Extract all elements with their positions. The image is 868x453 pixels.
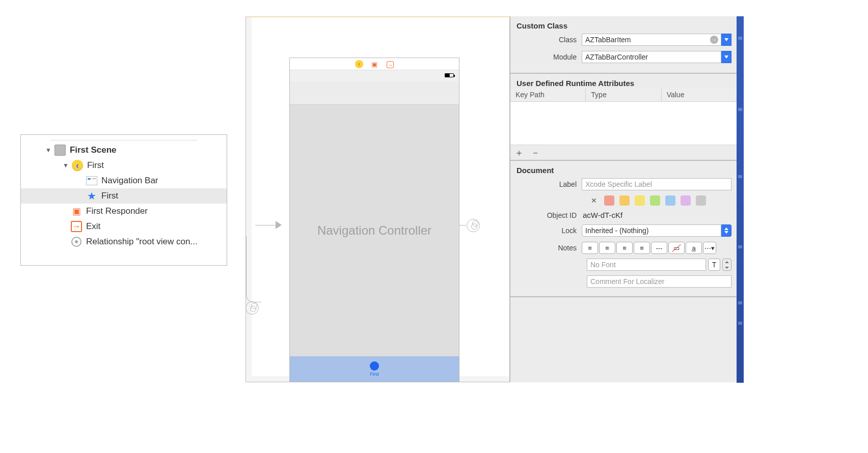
outline-tabitem-label: First bbox=[101, 191, 118, 201]
udra-col-type[interactable]: Type bbox=[586, 89, 661, 102]
notes-toolbar: ≡ ≡ ≡ ≡ --- ▭ a ⋯▾ bbox=[582, 242, 716, 254]
swatch-yellow[interactable] bbox=[635, 195, 645, 206]
lock-label: Lock bbox=[510, 227, 582, 235]
lock-row: Lock Inherited - (Nothing) bbox=[510, 222, 737, 239]
outline-exit-row[interactable]: → Exit bbox=[21, 219, 227, 234]
udra-col-keypath[interactable]: Key Path bbox=[510, 89, 586, 102]
outline-scene-label: First Scene bbox=[70, 145, 117, 155]
class-value: AZTabBarItem bbox=[585, 36, 631, 44]
udra-header: Key Path Type Value bbox=[510, 89, 737, 102]
separator-button[interactable]: --- bbox=[651, 242, 667, 254]
font-input[interactable]: No Font bbox=[587, 259, 706, 271]
segue-indicator-icon[interactable] bbox=[467, 219, 480, 232]
section-custom-class-title: Custom Class bbox=[510, 16, 737, 31]
module-input[interactable]: AZTabBarController bbox=[582, 51, 721, 63]
storyboard-canvas[interactable]: ▣ → Navigation Controller First bbox=[246, 16, 510, 382]
navbar-icon bbox=[86, 176, 97, 185]
text-style-button[interactable]: a bbox=[686, 242, 702, 254]
module-dropdown-button[interactable] bbox=[721, 51, 731, 63]
comment-row: Comment For Localizer bbox=[510, 273, 737, 290]
class-dropdown-button[interactable] bbox=[721, 34, 731, 46]
udra-col-value[interactable]: Value bbox=[662, 89, 737, 102]
tab-item-label: First bbox=[370, 372, 379, 377]
battery-icon bbox=[445, 73, 454, 77]
navigation-bar[interactable] bbox=[290, 81, 459, 105]
swatch-blue[interactable] bbox=[665, 195, 675, 206]
segue-indicator-icon[interactable] bbox=[246, 301, 259, 315]
segue-arrow-head-icon bbox=[276, 221, 282, 229]
segue-arc bbox=[246, 236, 261, 302]
color-swatches: ✕ bbox=[587, 195, 706, 206]
align-center-button[interactable]: ≡ bbox=[599, 242, 615, 254]
outline-divider bbox=[50, 140, 197, 140]
more-button[interactable]: ⋯▾ bbox=[703, 242, 716, 254]
outline-controller-label: First bbox=[87, 160, 104, 171]
first-responder-dock-icon[interactable]: ▣ bbox=[371, 61, 378, 68]
label-row: Label Xcode Specific Label bbox=[510, 176, 737, 193]
swatch-red[interactable] bbox=[604, 195, 614, 206]
cube-icon: ▣ bbox=[71, 206, 82, 217]
identity-inspector: Custom Class Class AZTabBarItem → Module… bbox=[510, 16, 737, 382]
notes-label: Notes bbox=[510, 244, 582, 252]
controller-body: Navigation Controller bbox=[290, 105, 459, 356]
module-row: Module AZTabBarController bbox=[510, 48, 737, 66]
align-right-button[interactable]: ≡ bbox=[616, 242, 633, 254]
outline-responder-row[interactable]: ▣ First Responder bbox=[21, 204, 227, 219]
outline-scene-row[interactable]: ▼ First Scene bbox=[21, 143, 227, 158]
align-justify-button[interactable]: ≡ bbox=[634, 242, 650, 254]
scene-dock[interactable]: ▣ → bbox=[290, 58, 459, 70]
objectid-value: acW-dT-cKf bbox=[582, 211, 622, 219]
font-picker-button[interactable]: T bbox=[708, 259, 720, 271]
localizer-comment-input[interactable]: Comment For Localizer bbox=[587, 275, 731, 288]
class-input[interactable]: AZTabBarItem → bbox=[582, 34, 721, 46]
label-label: Label bbox=[510, 180, 582, 188]
nav-controller-icon bbox=[72, 160, 83, 171]
class-row: Class AZTabBarItem → bbox=[510, 31, 737, 48]
exit-dock-icon[interactable]: → bbox=[387, 61, 394, 68]
section-divider bbox=[510, 296, 737, 297]
swatch-orange[interactable] bbox=[619, 195, 630, 206]
objectid-row: Object ID acW-dT-cKf bbox=[510, 208, 737, 222]
outline-panel: ▼ First Scene ▼ First Navigation Bar ★ F… bbox=[20, 134, 227, 266]
swatch-green[interactable] bbox=[650, 195, 660, 206]
align-left-button[interactable]: ≡ bbox=[582, 242, 598, 254]
outline-relationship-label: Relationship "root view con... bbox=[86, 237, 198, 247]
controller-title-label: Navigation Controller bbox=[317, 223, 431, 238]
label-placeholder: Xcode Specific Label bbox=[585, 180, 652, 188]
lock-dropdown-button[interactable] bbox=[721, 224, 731, 237]
phone-frame[interactable]: ▣ → Navigation Controller First bbox=[289, 58, 459, 382]
udra-add-remove: ＋ － bbox=[510, 145, 737, 160]
tab-item-icon[interactable] bbox=[370, 361, 379, 371]
font-placeholder: No Font bbox=[590, 261, 616, 269]
scene-icon bbox=[55, 145, 66, 156]
label-input[interactable]: Xcode Specific Label bbox=[582, 178, 731, 190]
swatch-purple[interactable] bbox=[681, 195, 691, 206]
comment-placeholder: Comment For Localizer bbox=[590, 277, 665, 286]
nav-controller-dock-icon[interactable] bbox=[355, 60, 363, 68]
udra-body[interactable] bbox=[510, 102, 737, 145]
outline-navbar-row[interactable]: Navigation Bar bbox=[21, 173, 227, 188]
add-button[interactable]: ＋ bbox=[514, 147, 524, 159]
outline-relationship-row[interactable]: Relationship "root view con... bbox=[21, 234, 227, 249]
no-format-button[interactable]: ▭ bbox=[668, 242, 685, 254]
font-size-stepper[interactable] bbox=[722, 259, 731, 271]
section-document-title: Document bbox=[510, 161, 737, 176]
module-label: Module bbox=[510, 53, 582, 61]
clear-color-button[interactable]: ✕ bbox=[591, 196, 597, 205]
remove-button[interactable]: － bbox=[531, 147, 540, 159]
tab-bar[interactable]: First bbox=[290, 356, 459, 382]
segue-arrow-line bbox=[459, 225, 466, 225]
clear-icon[interactable]: → bbox=[710, 36, 718, 44]
swatch-gray[interactable] bbox=[696, 195, 706, 206]
disclosure-triangle-icon[interactable]: ▼ bbox=[63, 162, 69, 169]
outline-exit-label: Exit bbox=[86, 221, 100, 232]
disclosure-triangle-icon[interactable]: ▼ bbox=[45, 147, 51, 154]
outline-tabitem-row[interactable]: ★ First bbox=[21, 188, 227, 204]
notes-row: Notes ≡ ≡ ≡ ≡ --- ▭ a ⋯▾ bbox=[510, 239, 737, 257]
module-value: AZTabBarController bbox=[585, 53, 648, 61]
lock-select[interactable]: Inherited - (Nothing) bbox=[582, 224, 721, 237]
exit-icon: → bbox=[71, 221, 82, 232]
class-label: Class bbox=[510, 36, 582, 44]
outline-controller-row[interactable]: ▼ First bbox=[21, 158, 227, 173]
section-udra-title: User Defined Runtime Attributes bbox=[510, 74, 737, 89]
